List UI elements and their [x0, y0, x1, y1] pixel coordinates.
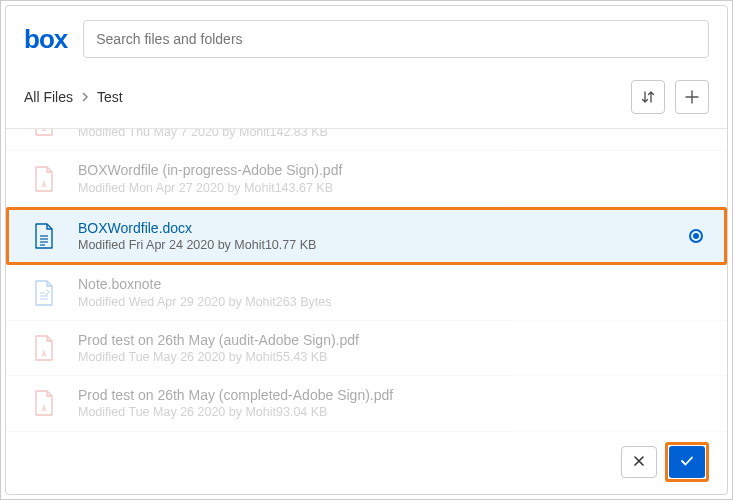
check-icon — [680, 455, 694, 470]
add-button[interactable] — [675, 80, 709, 114]
svg-text:λ: λ — [42, 404, 47, 413]
file-text: BOXWordfile (in-progress-Adobe Sign).pdf… — [78, 161, 709, 195]
close-icon — [633, 453, 645, 471]
file-type-icon: λ — [30, 387, 58, 419]
file-type-icon: λ — [30, 129, 58, 139]
cancel-button[interactable] — [621, 446, 657, 478]
file-meta: Modified Mon Apr 27 2020 by Mohit143.67 … — [78, 180, 709, 196]
file-row[interactable]: BOXWordfile.docxModified Fri Apr 24 2020… — [6, 207, 727, 265]
box-logo: box — [24, 26, 67, 52]
file-meta: Modified Wed Apr 29 2020 by Mohit263 Byt… — [78, 294, 709, 310]
sort-button[interactable] — [631, 80, 665, 114]
file-text: BOXWordfile (in-progress-Adobe Sign)(1).… — [78, 129, 709, 140]
file-picker-dialog: box All Files Test — [5, 5, 728, 495]
file-meta: Modified Thu May 7 2020 by Mohit142.83 K… — [78, 129, 709, 140]
file-meta: Modified Tue May 26 2020 by Mohit93.04 K… — [78, 404, 709, 420]
sort-icon — [640, 89, 656, 105]
file-name: Note.boxnote — [78, 275, 709, 293]
file-name: BOXWordfile (in-progress-Adobe Sign).pdf — [78, 161, 709, 179]
search-input[interactable] — [83, 20, 709, 58]
radio-selected-icon[interactable] — [689, 229, 703, 243]
file-type-icon: λ — [30, 332, 58, 364]
toolbar: All Files Test — [6, 72, 727, 128]
footer — [6, 432, 727, 494]
file-list[interactable]: λBOXWordfile (in-progress-Adobe Sign)(1)… — [6, 129, 727, 432]
header: box — [6, 6, 727, 72]
file-row[interactable]: λProd test on 26th May (completed-Adobe … — [6, 376, 727, 431]
file-name: Prod test on 26th May (audit-Adobe Sign)… — [78, 331, 709, 349]
file-row[interactable]: λBOXWordfile (in-progress-Adobe Sign).pd… — [6, 151, 727, 206]
file-text: Note.boxnoteModified Wed Apr 29 2020 by … — [78, 275, 709, 309]
file-meta: Modified Fri Apr 24 2020 by Mohit10.77 K… — [78, 237, 689, 253]
file-name: BOXWordfile.docx — [78, 219, 689, 237]
svg-text:λ: λ — [42, 129, 47, 133]
breadcrumb: All Files Test — [24, 89, 123, 105]
file-type-icon: λ — [30, 163, 58, 195]
chevron-right-icon — [81, 92, 89, 102]
file-row[interactable]: λBOXWordfile (in-progress-Adobe Sign)(1)… — [6, 129, 727, 151]
file-type-icon — [30, 277, 58, 309]
file-text: Prod test on 26th May (completed-Adobe S… — [78, 386, 709, 420]
file-name: Prod test on 26th May (completed-Adobe S… — [78, 386, 709, 404]
breadcrumb-current: Test — [97, 89, 123, 105]
file-text: Prod test on 26th May (audit-Adobe Sign)… — [78, 331, 709, 365]
plus-icon — [684, 89, 700, 105]
confirm-highlight — [665, 442, 709, 482]
file-row[interactable]: Note.boxnoteModified Wed Apr 29 2020 by … — [6, 265, 727, 320]
file-row[interactable]: λProd test on 26th May (audit-Adobe Sign… — [6, 321, 727, 376]
file-text: BOXWordfile.docxModified Fri Apr 24 2020… — [78, 219, 689, 253]
svg-text:λ: λ — [42, 349, 47, 358]
svg-text:λ: λ — [42, 180, 47, 189]
breadcrumb-root[interactable]: All Files — [24, 89, 73, 105]
file-type-icon — [30, 220, 58, 252]
confirm-button[interactable] — [669, 446, 705, 478]
file-meta: Modified Tue May 26 2020 by Mohit55.43 K… — [78, 349, 709, 365]
